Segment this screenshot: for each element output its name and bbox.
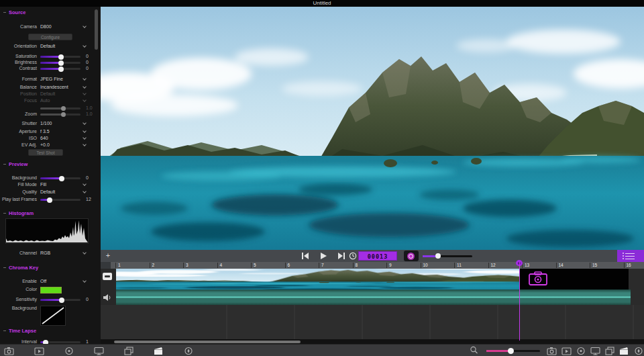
position-value[interactable]: Default bbox=[40, 91, 55, 96]
interval-slider[interactable] bbox=[40, 341, 80, 343]
timeline-scrollbar-thumb[interactable] bbox=[114, 341, 301, 343]
timeline-zoom-slider[interactable] bbox=[486, 350, 540, 352]
chroma-enable-select-row[interactable]: Enable Off bbox=[0, 279, 94, 285]
empty-capture-region[interactable] bbox=[520, 269, 629, 290]
frame-counter[interactable]: 00013 bbox=[358, 251, 397, 261]
play-last-frames-slider[interactable] bbox=[40, 199, 80, 201]
chevron-down-icon[interactable] bbox=[83, 251, 87, 255]
format-value[interactable]: JPEG Fine bbox=[40, 77, 63, 81]
section-collapse-icon[interactable] bbox=[3, 267, 6, 268]
fill-mode-select-row[interactable]: Fill Mode Fill bbox=[0, 182, 94, 188]
focus-amount-slider[interactable] bbox=[40, 107, 80, 109]
add-button[interactable]: + bbox=[104, 251, 112, 260]
chevron-down-icon[interactable] bbox=[83, 121, 87, 125]
chevron-down-icon[interactable] bbox=[83, 44, 87, 48]
section-header-source[interactable]: Source bbox=[9, 9, 25, 15]
sidebar-scrollbar[interactable] bbox=[95, 9, 98, 50]
chevron-down-icon[interactable] bbox=[83, 279, 87, 283]
record-dot-icon[interactable] bbox=[64, 347, 74, 355]
chevron-down-icon[interactable] bbox=[83, 189, 87, 193]
focus-select-row[interactable]: Focus Auto bbox=[0, 98, 94, 104]
section-header-preview[interactable]: Preview bbox=[9, 161, 28, 167]
chevron-down-icon[interactable] bbox=[83, 136, 87, 140]
monitor-icon[interactable] bbox=[94, 347, 104, 355]
skip-to-end-button[interactable] bbox=[337, 252, 346, 260]
magnifier-icon[interactable] bbox=[470, 346, 478, 355]
section-collapse-icon[interactable] bbox=[3, 12, 6, 13]
video-track-thumbnails[interactable] bbox=[116, 269, 520, 290]
camera-select-row[interactable]: Camera D800 bbox=[0, 24, 94, 30]
clock-icon[interactable] bbox=[349, 252, 358, 260]
play-button[interactable] bbox=[319, 252, 329, 260]
orientation-value[interactable]: Default bbox=[40, 44, 55, 48]
format-select-row[interactable]: Format JPEG Fine bbox=[0, 77, 94, 83]
channel-value[interactable]: RGB bbox=[40, 251, 50, 255]
camera-value[interactable]: D800 bbox=[40, 24, 52, 29]
test-shot-button[interactable]: Test Shot bbox=[28, 149, 63, 156]
shutter-select-row[interactable]: Shutter 1/100 bbox=[0, 121, 94, 127]
record-dot-icon[interactable] bbox=[576, 347, 586, 355]
brightness-slider[interactable] bbox=[40, 62, 80, 64]
section-collapse-icon[interactable] bbox=[3, 213, 6, 214]
ruler-track[interactable]: 1 2 3 4 5 6 7 8 9 10 11 12 13 14 15 16 bbox=[111, 262, 644, 269]
compass-icon[interactable] bbox=[184, 347, 193, 355]
section-header-chroma-key[interactable]: Chroma Key bbox=[9, 265, 38, 271]
aperture-select-row[interactable]: Aperture f 3.5 bbox=[0, 129, 94, 135]
section-header-time-lapse[interactable]: Time Lapse bbox=[9, 328, 36, 334]
section-collapse-icon[interactable] bbox=[3, 164, 6, 165]
camera-icon[interactable] bbox=[547, 347, 557, 355]
configure-button[interactable]: Configure bbox=[28, 34, 72, 40]
play-box-icon[interactable] bbox=[561, 347, 572, 355]
timeline-settings-button[interactable] bbox=[617, 250, 644, 262]
camera-icon[interactable] bbox=[4, 347, 14, 355]
zoom-slider[interactable] bbox=[40, 114, 80, 116]
channel-select-row[interactable]: Channel RGB bbox=[0, 251, 94, 257]
position-select-row[interactable]: Position Default bbox=[0, 91, 94, 97]
chroma-sensitivity-slider[interactable] bbox=[40, 299, 80, 301]
chevron-down-icon[interactable] bbox=[83, 129, 87, 133]
contrast-slider[interactable] bbox=[40, 68, 80, 70]
skip-to-start-button[interactable] bbox=[301, 252, 310, 260]
timeline-ruler[interactable]: 1 2 3 4 5 6 7 8 9 10 11 12 13 14 15 16 bbox=[101, 262, 644, 269]
zoom-control[interactable] bbox=[470, 346, 478, 355]
layers-icon[interactable] bbox=[605, 347, 614, 355]
iso-select-row[interactable]: ISO 640 bbox=[0, 136, 94, 142]
chevron-down-icon[interactable] bbox=[83, 142, 87, 146]
camera-live-view[interactable] bbox=[101, 7, 644, 250]
aperture-value[interactable]: f 3.5 bbox=[40, 129, 50, 134]
quality-value[interactable]: Default bbox=[40, 189, 55, 194]
focus-value[interactable]: Auto bbox=[40, 98, 50, 103]
video-track-icon[interactable] bbox=[103, 273, 112, 280]
saturation-slider[interactable] bbox=[40, 56, 80, 58]
preview-background-slider[interactable] bbox=[40, 177, 80, 179]
record-button[interactable] bbox=[404, 251, 419, 261]
chroma-background-curve[interactable] bbox=[40, 306, 66, 326]
balance-value[interactable]: Incandescent bbox=[40, 85, 68, 89]
audio-track-clip[interactable] bbox=[116, 290, 631, 305]
audio-speaker-icon[interactable] bbox=[103, 294, 112, 302]
ev-adj-value[interactable]: +0.0 bbox=[40, 142, 50, 147]
quality-select-row[interactable]: Quality Default bbox=[0, 189, 94, 195]
chroma-enable-value[interactable]: Off bbox=[40, 279, 46, 283]
play-box-icon[interactable] bbox=[34, 347, 44, 355]
timeline-lower-rows[interactable] bbox=[101, 305, 644, 339]
playhead[interactable] bbox=[516, 260, 524, 341]
clapperboard-icon[interactable] bbox=[619, 347, 629, 355]
chroma-color-swatch[interactable] bbox=[40, 287, 62, 294]
iso-value[interactable]: 640 bbox=[40, 136, 48, 140]
section-collapse-icon[interactable] bbox=[3, 330, 6, 331]
chevron-down-icon[interactable] bbox=[83, 24, 87, 28]
balance-select-row[interactable]: Balance Incandescent bbox=[0, 85, 94, 91]
layers-icon[interactable] bbox=[124, 347, 133, 355]
clapperboard-icon[interactable] bbox=[154, 347, 164, 355]
timeline-scrollbar[interactable] bbox=[101, 339, 644, 344]
fill-mode-value[interactable]: Fill bbox=[40, 182, 46, 187]
chevron-down-icon[interactable] bbox=[83, 91, 87, 95]
chevron-down-icon[interactable] bbox=[83, 85, 87, 89]
ev-select-row[interactable]: EV Adj. +0.0 bbox=[0, 142, 94, 148]
monitor-icon[interactable] bbox=[590, 347, 600, 355]
section-header-histogram[interactable]: Histogram bbox=[9, 210, 34, 216]
shutter-value[interactable]: 1/100 bbox=[40, 121, 52, 126]
capture-camera-icon[interactable] bbox=[528, 271, 548, 286]
orientation-select-row[interactable]: Orientation Default bbox=[0, 44, 94, 50]
